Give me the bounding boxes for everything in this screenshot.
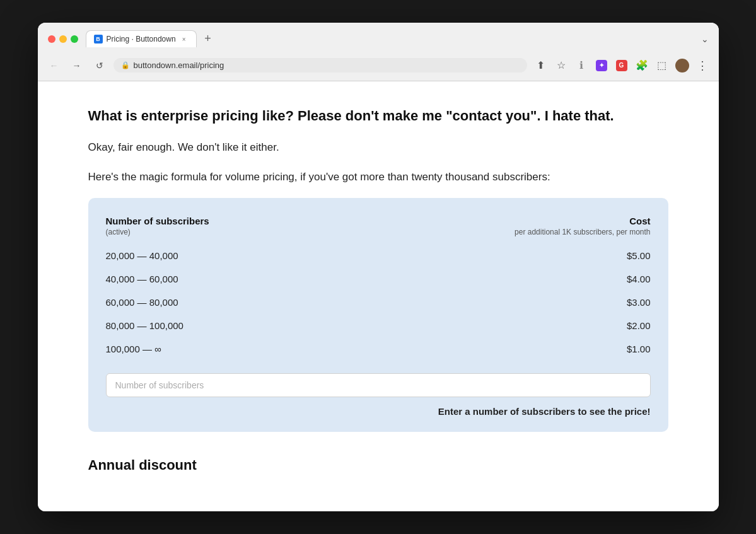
traffic-lights xyxy=(48,35,78,43)
window-expand-icon: ⌄ xyxy=(701,34,709,44)
title-bar: B Pricing · Buttondown × + ⌄ xyxy=(38,23,719,53)
browser-chrome: B Pricing · Buttondown × + ⌄ ← → ↺ 🔒 but… xyxy=(38,23,719,81)
tab-label: Pricing · Buttondown xyxy=(107,35,176,44)
col1-subheader: (active) xyxy=(106,228,342,236)
toolbar-actions: ⬆ ☆ ℹ ✦ G 🧩 ⬚ ⋮ xyxy=(532,57,711,74)
cost-cell: $1.00 xyxy=(341,337,650,361)
paragraph-1: Okay, fair enough. We don't like it eith… xyxy=(88,139,668,156)
page-heading: What is enterprise pricing like? Please … xyxy=(88,107,668,126)
reload-button[interactable]: ↺ xyxy=(91,57,108,74)
table-row: 80,000 — 100,000 $2.00 xyxy=(106,314,651,337)
col2-subheader: per additional 1K subscribers, per month xyxy=(341,228,650,236)
range-cell: 100,000 — ∞ xyxy=(106,337,342,361)
range-cell: 40,000 — 60,000 xyxy=(106,267,342,291)
reader-mode-icon[interactable]: ⬚ xyxy=(653,57,671,74)
cost-cell: $5.00 xyxy=(341,239,650,267)
bookmark-icon[interactable]: ☆ xyxy=(552,57,570,74)
lock-icon: 🔒 xyxy=(121,61,130,69)
price-result: Enter a number of subscribers to see the… xyxy=(106,406,651,417)
close-button[interactable] xyxy=(48,35,55,43)
annual-discount-heading: Annual discount xyxy=(88,457,668,473)
info-icon[interactable]: ℹ xyxy=(573,57,590,74)
cost-cell: $2.00 xyxy=(341,314,650,337)
chrome-menu-icon[interactable]: ⋮ xyxy=(694,57,711,74)
active-tab[interactable]: B Pricing · Buttondown × xyxy=(86,30,197,47)
range-cell: 60,000 — 80,000 xyxy=(106,291,342,314)
forward-button[interactable]: → xyxy=(68,57,86,74)
subscriber-input[interactable] xyxy=(106,373,651,397)
table-row: 20,000 — 40,000 $5.00 xyxy=(106,239,651,267)
paragraph-2: Here's the magic formula for volume pric… xyxy=(88,168,668,185)
browser-window: B Pricing · Buttondown × + ⌄ ← → ↺ 🔒 but… xyxy=(38,23,719,511)
extensions-icon[interactable]: 🧩 xyxy=(633,57,651,74)
user-avatar[interactable] xyxy=(673,57,691,74)
new-tab-button[interactable]: + xyxy=(199,30,217,48)
pricing-table: Number of subscribers (active) Cost per … xyxy=(106,213,651,361)
tab-favicon: B xyxy=(94,35,103,44)
url-text: buttondown.email/pricing xyxy=(134,61,224,70)
col1-header: Number of subscribers (active) xyxy=(106,213,342,239)
table-row: 60,000 — 80,000 $3.00 xyxy=(106,291,651,314)
address-bar[interactable]: 🔒 buttondown.email/pricing xyxy=(113,58,527,73)
tab-close-button[interactable]: × xyxy=(180,35,189,44)
page-content: What is enterprise pricing like? Please … xyxy=(38,81,719,511)
col2-header: Cost per additional 1K subscribers, per … xyxy=(341,213,650,239)
perplexity-ext-icon[interactable]: ✦ xyxy=(593,57,610,74)
cost-cell: $3.00 xyxy=(341,291,650,314)
browser-toolbar: ← → ↺ 🔒 buttondown.email/pricing ⬆ ☆ ℹ ✦ xyxy=(38,53,719,81)
range-cell: 20,000 — 40,000 xyxy=(106,239,342,267)
grammarly-ext-icon[interactable]: G xyxy=(613,57,631,74)
range-cell: 80,000 — 100,000 xyxy=(106,314,342,337)
share-icon[interactable]: ⬆ xyxy=(532,57,550,74)
back-button[interactable]: ← xyxy=(45,57,63,74)
cost-cell: $4.00 xyxy=(341,267,650,291)
fullscreen-button[interactable] xyxy=(71,35,78,43)
pricing-card: Number of subscribers (active) Cost per … xyxy=(88,198,668,432)
tab-bar: B Pricing · Buttondown × + xyxy=(86,30,694,48)
minimize-button[interactable] xyxy=(59,35,67,43)
table-row: 100,000 — ∞ $1.00 xyxy=(106,337,651,361)
table-row: 40,000 — 60,000 $4.00 xyxy=(106,267,651,291)
